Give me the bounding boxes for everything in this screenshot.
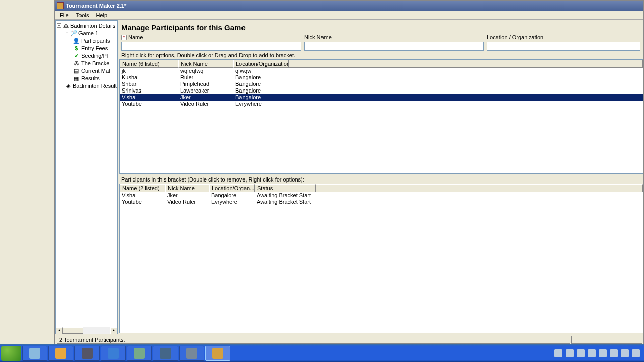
media-icon [55,348,66,359]
table-row[interactable]: SrinivasLawbreakerBangalore [120,87,643,94]
scroll-right-button[interactable]: ▸ [110,327,117,334]
app-window: Tournament Maker 2.1* File Tools Help − … [54,0,644,344]
taskbar-item[interactable] [22,346,47,361]
bracket-section-label: Participants in this bracket (Double cli… [118,174,643,184]
table-row[interactable]: VishalJkerBangalore [120,94,643,101]
taskbar-item[interactable] [101,346,126,361]
folder-icon [29,348,40,359]
collapse-icon[interactable]: − [57,23,61,28]
bracket-rows: VishalJkerBangaloreAwaiting Bracket Star… [120,192,643,333]
taskbar-item[interactable] [48,346,73,361]
tree-item-participants[interactable]: 👤 Participants [57,37,117,44]
column-header-loc[interactable]: Location/Organization [233,60,289,68]
cell-name: jk [120,68,178,74]
tree-root-results[interactable]: ◈ Badminton Results [57,82,117,89]
tree-item-bracket[interactable]: ⁂ The Bracke [57,59,117,67]
collapse-icon[interactable]: − [65,31,69,35]
column-header-name[interactable]: Name (6 listed) [120,60,178,68]
table-row[interactable]: VishalJkerBangaloreAwaiting Bracket Star… [120,192,643,199]
tray-icon[interactable] [554,349,562,357]
column-header-filler [316,184,643,192]
cell-status: Awaiting Bracket Start [255,192,316,199]
menu-help[interactable]: Help [93,12,110,19]
taskbar-item[interactable] [153,346,178,361]
titlebar[interactable]: Tournament Maker 2.1* [55,1,643,11]
cell-loc: Bangalore [233,81,289,87]
table-row[interactable]: KushalRulerBangalore [120,74,643,81]
tree-horizontal-scrollbar[interactable]: ◂ ▸ [56,327,117,334]
scroll-thumb[interactable] [63,327,83,334]
name-input[interactable] [121,42,301,51]
tray-icon[interactable] [610,349,618,357]
check-icon: ✔ [73,52,80,59]
tree-item-results[interactable]: ▦ Results [57,74,117,82]
cell-loc: Bangalore [233,74,289,81]
cell-nick: Video Ruler [178,101,233,107]
column-headers: Name (6 listed)Nick NameLocation/Organiz… [120,60,643,68]
tray-icon[interactable] [577,349,585,357]
tray-icon[interactable] [621,349,629,357]
cell-loc: Bangalore [233,87,289,94]
bracket-icon: ⁂ [73,60,80,67]
nick-label: Nick Name [304,34,484,41]
taskbar-item[interactable] [179,346,204,361]
name-label: * Name [121,34,301,41]
column-headers: Name (2 listed)Nick NameLocation/Organ..… [120,184,643,192]
scroll-track[interactable] [63,327,110,334]
cell-name: Youtube [120,199,165,205]
taskbar-item[interactable] [74,346,100,361]
tree-item-seeding[interactable]: ✔ Seeding/Pl [57,52,117,59]
page-title: Manage Participants for this Game [118,20,643,34]
game-icon: 🏸 [70,30,77,37]
menu-tools[interactable]: Tools [73,12,92,19]
location-label: Location / Organization [487,34,640,41]
system-tray[interactable] [554,349,643,357]
statusbar: 2 Tournament Participants. [55,335,643,344]
cell-nick: wqfeqfwq [178,68,233,74]
tree-pane[interactable]: − ⁂ Badminton Details − 🏸 Game 1 👤 Parti… [55,20,118,334]
app-icon [82,348,93,359]
name-field-group: * Name [121,34,301,51]
location-field-group: Location / Organization [487,34,640,51]
taskbar-item[interactable] [127,346,152,361]
dollar-icon: $ [73,45,80,52]
participants-list[interactable]: Name (6 listed)Nick NameLocation/Organiz… [119,59,643,174]
list-icon: ▤ [73,67,80,74]
tree: − ⁂ Badminton Details − 🏸 Game 1 👤 Parti… [56,21,117,89]
app-icon [134,348,145,359]
table-row[interactable]: YoutubeVideo RulerEvrywhere [120,101,643,107]
cell-loc: Evrywhere [209,199,255,205]
cell-nick: Jker [165,192,209,199]
bracket-list[interactable]: Name (2 listed)Nick NameLocation/Organ..… [119,184,643,333]
nick-input[interactable] [304,42,484,51]
taskbar-item-active[interactable] [205,346,230,361]
results-icon: ▦ [73,75,80,82]
window-title: Tournament Maker 2.1* [66,3,126,9]
tree-item-entry-fees[interactable]: $ Entry Fees [57,44,117,52]
start-button[interactable] [1,346,21,361]
column-header-nick[interactable]: Nick Name [178,60,233,68]
table-row[interactable]: YoutubeVideo RulerEvrywhereAwaiting Brac… [120,199,643,205]
person-icon: 👤 [73,37,80,44]
tree-game-1[interactable]: − 🏸 Game 1 [57,29,117,37]
table-row[interactable]: jkwqfeqfwqqfwqw [120,68,643,74]
column-header-loc[interactable]: Location/Organ... [209,184,255,192]
column-header-filler [289,60,643,68]
column-header-nick[interactable]: Nick Name [165,184,209,192]
column-header-name[interactable]: Name (2 listed) [120,184,165,192]
taskbar[interactable] [0,344,644,362]
location-input[interactable] [487,42,640,51]
bracket-icon: ⁂ [62,22,69,29]
table-row[interactable]: ShbariPimpleheadBangalore [120,81,643,87]
scroll-left-button[interactable]: ◂ [56,327,63,334]
tree-root-details[interactable]: − ⁂ Badminton Details [57,22,117,29]
tray-icon[interactable] [632,349,640,357]
menu-file[interactable]: File [57,12,72,19]
tree-item-current-matches[interactable]: ▤ Current Mat [57,67,117,74]
tray-icon[interactable] [566,349,574,357]
tray-icon[interactable] [588,349,596,357]
cell-name: Srinivas [120,87,178,94]
column-header-status[interactable]: Status [255,184,316,192]
tray-icon[interactable] [599,349,607,357]
cell-nick: Lawbreaker [178,87,233,94]
